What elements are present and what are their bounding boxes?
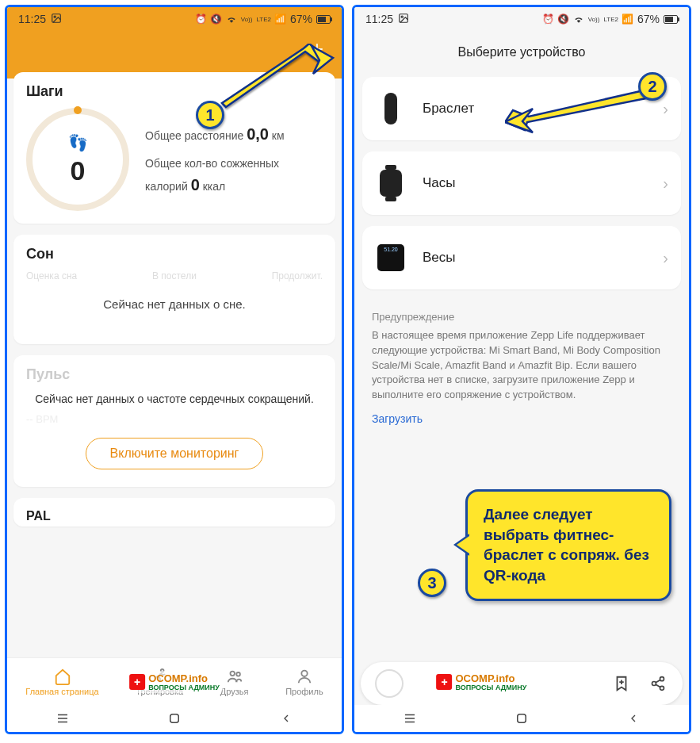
calories-value: 0 [191,176,200,193]
plus-flag-icon: + [129,674,145,690]
page-thumbnail[interactable] [375,669,404,698]
calories-unit: ккал [203,180,226,193]
status-time: 11:25 [365,13,393,25]
annotation-marker-3: 3 [418,569,446,597]
chevron-right-icon: › [663,100,668,118]
android-back-button[interactable] [277,710,295,727]
battery-icon [316,15,331,24]
status-lte: LTE2 [256,16,271,23]
svg-point-16 [660,677,664,681]
scale-icon: 51.20 [375,240,407,275]
device-row-scale[interactable]: 51.20 Весы › [362,226,681,289]
watermark-line2: ВОПРОСЫ АДМИНУ [455,684,526,691]
battery-percent: 67% [637,13,660,25]
svg-rect-9 [170,714,179,723]
mute-icon: 🔇 [558,13,569,25]
pal-card[interactable]: PAL [13,498,335,527]
android-recent-button[interactable] [54,710,71,727]
pal-title: PAL [26,509,323,523]
sleep-title: Сон [26,246,323,262]
distance-value: 0,0 [247,125,269,143]
gallery-icon [398,13,409,26]
svg-marker-10 [222,44,325,107]
annotation-marker-2: 2 [638,72,667,101]
svg-line-19 [656,680,660,682]
mute-icon: 🔇 [211,13,222,25]
annotation-arrow-1 [218,44,337,123]
home-icon [54,668,71,685]
annotation-marker-1: 1 [196,101,224,129]
enable-monitoring-button[interactable]: Включите мониторинг [86,438,264,469]
friends-icon [226,668,243,685]
nav-home[interactable]: Главная страница [25,668,98,696]
footsteps-icon: 👣 [68,133,88,152]
add-bookmark-icon[interactable] [611,673,632,694]
watermark-line1: OCOMP.info [455,672,514,684]
callout-text: Далее следует выбрать фитнес-браслет с с… [484,506,649,584]
status-vo: Vo)) [241,16,253,23]
device-row-watch[interactable]: Часы › [362,151,681,215]
chevron-right-icon: › [663,174,668,193]
steps-count: 0 [71,155,86,186]
signal-icon: 📶 [275,13,286,25]
device-label-scale: Весы [423,250,663,266]
pulse-bpm: -- BPM [26,413,323,425]
nav-profile-label: Профиль [285,687,323,696]
watermark-line1: OCOMP.info [148,672,208,684]
svg-point-18 [660,686,664,690]
pulse-empty-msg: Сейчас нет данных о частоте сердечных со… [26,393,323,405]
band-icon [375,91,407,126]
wifi-icon [573,13,584,25]
status-vo: Vo)) [588,16,600,23]
signal-icon: 📶 [622,13,633,25]
plus-flag-icon: + [436,674,452,690]
sleep-empty-msg: Сейчас нет данных о сне. [26,297,323,311]
sleep-card[interactable]: Сон Оценка сна В постели Продолжит. Сейч… [13,235,335,344]
watch-icon [375,166,407,201]
annotation-arrow-2 [505,86,656,142]
android-home-button[interactable] [166,710,183,727]
svg-point-3 [230,671,235,676]
watermark-line2: ВОПРОСЫ АДМИНУ [148,684,220,691]
status-time: 11:25 [18,13,46,25]
android-home-button[interactable] [513,710,530,727]
svg-point-17 [652,682,656,686]
screen-title: Выберите устройство [354,31,689,77]
watermark: + OCOMP.info ВОПРОСЫ АДМИНУ [430,671,533,693]
pulse-title: Пульс [26,366,323,383]
wifi-icon [226,13,237,25]
svg-point-5 [301,670,307,676]
warning-text: В настоящее время приложение Zepp Life п… [372,328,671,403]
alarm-icon: ⏰ [543,13,554,25]
battery-percent: 67% [290,13,312,25]
android-recent-button[interactable] [401,710,419,727]
svg-point-1 [54,16,55,17]
device-label-watch: Часы [423,175,663,191]
svg-line-20 [656,684,660,687]
svg-point-4 [236,672,240,676]
annotation-callout: Далее следует выбрать фитнес-браслет с с… [465,489,671,601]
nav-profile[interactable]: Профиль [285,668,323,696]
status-lte: LTE2 [603,16,618,23]
share-icon[interactable] [648,673,668,694]
alarm-icon: ⏰ [196,13,207,25]
status-bar: 11:25 ⏰ 🔇 Vo)) LTE2 📶 67% [7,7,342,31]
android-nav [7,705,342,732]
steps-progress-ring: 👣 0 [26,108,129,211]
warning-title: Предупреждение [372,310,671,325]
distance-unit: км [272,129,285,142]
pulse-card[interactable]: Пульс Сейчас нет данных о частоте сердеч… [13,355,335,487]
nav-home-label: Главная страница [25,687,98,696]
profile-icon [296,668,313,685]
phone-screenshot-right: 11:25 ⏰ 🔇 Vo)) LTE2 📶 67% Выберите устро… [352,5,691,734]
sleep-col1: Оценка сна [26,270,77,281]
phone-screenshot-left: 11:25 ⏰ 🔇 Vo)) LTE2 📶 67% + [5,5,344,734]
warning-block: Предупреждение В настоящее время приложе… [354,301,689,409]
android-back-button[interactable] [625,710,642,727]
download-link[interactable]: Загрузить [354,409,689,428]
chevron-right-icon: › [663,249,668,267]
watermark: + OCOMP.info ВОПРОСЫ АДМИНУ [123,671,226,693]
status-bar: 11:25 ⏰ 🔇 Vo)) LTE2 📶 67% [354,7,689,31]
distance-label: Общее расстояние [145,129,243,142]
nav-friends-label: Друзья [220,687,249,696]
